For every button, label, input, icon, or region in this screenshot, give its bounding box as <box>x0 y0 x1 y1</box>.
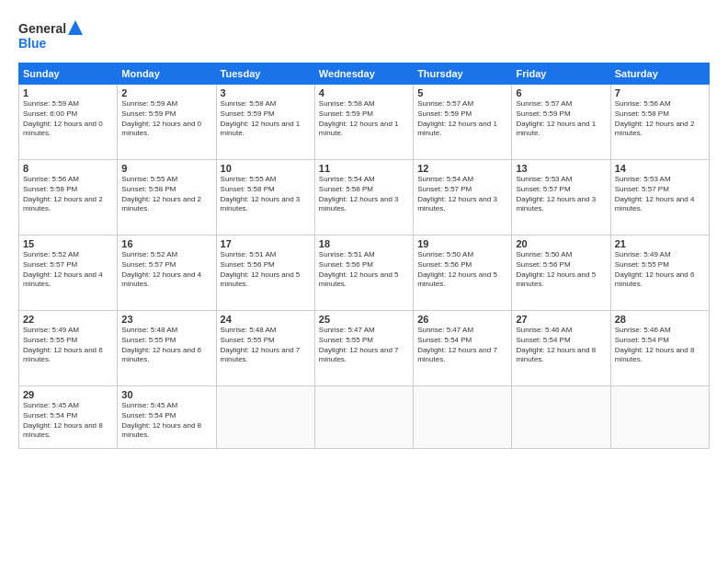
week-row: 8 Sunrise: 5:56 AMSunset: 5:58 PMDayligh… <box>19 160 710 236</box>
day-cell: 12 Sunrise: 5:54 AMSunset: 5:57 PMDaylig… <box>414 160 512 236</box>
day-number: 14 <box>615 163 705 174</box>
day-number: 25 <box>319 314 409 325</box>
day-info: Sunrise: 5:59 AMSunset: 5:59 PMDaylight:… <box>121 99 211 139</box>
week-row: 29 Sunrise: 5:45 AMSunset: 5:54 PMDaylig… <box>19 386 710 449</box>
day-info: Sunrise: 5:46 AMSunset: 5:54 PMDaylight:… <box>516 326 606 365</box>
col-wednesday: Wednesday <box>314 63 413 85</box>
logo: General Blue <box>18 17 83 53</box>
svg-text:Blue: Blue <box>18 36 47 51</box>
header: General Blue <box>18 17 710 53</box>
day-info: Sunrise: 5:46 AMSunset: 5:54 PMDaylight:… <box>615 326 705 365</box>
day-info: Sunrise: 5:51 AMSunset: 5:56 PMDaylight:… <box>319 250 409 290</box>
empty-cell <box>314 386 413 449</box>
day-cell: 9 Sunrise: 5:55 AMSunset: 5:58 PMDayligh… <box>118 160 216 236</box>
day-info: Sunrise: 5:53 AMSunset: 5:57 PMDaylight:… <box>516 175 606 214</box>
day-info: Sunrise: 5:58 AMSunset: 5:59 PMDaylight:… <box>319 99 409 139</box>
day-cell: 2 Sunrise: 5:59 AMSunset: 5:59 PMDayligh… <box>118 85 216 160</box>
day-cell: 4 Sunrise: 5:58 AMSunset: 5:59 PMDayligh… <box>314 85 413 160</box>
page: General Blue Sunday Monday Tuesday Wedne… <box>0 0 728 563</box>
week-row: 1 Sunrise: 5:59 AMSunset: 6:00 PMDayligh… <box>19 85 710 160</box>
day-info: Sunrise: 5:58 AMSunset: 5:59 PMDaylight:… <box>221 99 311 139</box>
day-info: Sunrise: 5:51 AMSunset: 5:56 PMDaylight:… <box>221 250 311 290</box>
day-info: Sunrise: 5:53 AMSunset: 5:57 PMDaylight:… <box>615 175 705 214</box>
day-info: Sunrise: 5:55 AMSunset: 5:58 PMDaylight:… <box>121 175 211 214</box>
day-cell: 3 Sunrise: 5:58 AMSunset: 5:59 PMDayligh… <box>216 85 314 160</box>
day-number: 10 <box>221 163 311 174</box>
svg-marker-2 <box>68 20 83 35</box>
day-number: 13 <box>516 163 606 174</box>
day-number: 28 <box>615 314 705 325</box>
day-number: 6 <box>516 87 606 98</box>
day-cell: 28 Sunrise: 5:46 AMSunset: 5:54 PMDaylig… <box>610 311 709 386</box>
header-row: Sunday Monday Tuesday Wednesday Thursday… <box>19 63 710 85</box>
day-info: Sunrise: 5:52 AMSunset: 5:57 PMDaylight:… <box>121 250 211 290</box>
day-cell: 17 Sunrise: 5:51 AMSunset: 5:56 PMDaylig… <box>216 236 314 311</box>
day-number: 11 <box>319 163 409 174</box>
day-info: Sunrise: 5:48 AMSunset: 5:55 PMDaylight:… <box>221 326 311 365</box>
day-number: 8 <box>23 163 113 174</box>
day-number: 30 <box>121 389 211 400</box>
day-info: Sunrise: 5:49 AMSunset: 5:55 PMDaylight:… <box>615 250 705 290</box>
day-cell: 22 Sunrise: 5:49 AMSunset: 5:55 PMDaylig… <box>19 311 118 386</box>
day-number: 16 <box>121 238 211 249</box>
day-info: Sunrise: 5:54 AMSunset: 5:58 PMDaylight:… <box>319 175 409 214</box>
day-info: Sunrise: 5:45 AMSunset: 5:54 PMDaylight:… <box>23 401 113 441</box>
day-cell: 25 Sunrise: 5:47 AMSunset: 5:55 PMDaylig… <box>314 311 413 386</box>
day-cell: 20 Sunrise: 5:50 AMSunset: 5:56 PMDaylig… <box>512 236 610 311</box>
day-cell: 27 Sunrise: 5:46 AMSunset: 5:54 PMDaylig… <box>512 311 610 386</box>
col-friday: Friday <box>512 63 610 85</box>
day-info: Sunrise: 5:57 AMSunset: 5:59 PMDaylight:… <box>516 99 606 139</box>
day-info: Sunrise: 5:50 AMSunset: 5:56 PMDaylight:… <box>417 250 507 290</box>
day-info: Sunrise: 5:57 AMSunset: 5:59 PMDaylight:… <box>417 99 507 139</box>
col-thursday: Thursday <box>414 63 512 85</box>
col-sunday: Sunday <box>19 63 118 85</box>
day-number: 15 <box>23 238 113 249</box>
day-cell: 11 Sunrise: 5:54 AMSunset: 5:58 PMDaylig… <box>314 160 413 236</box>
day-number: 21 <box>615 238 705 249</box>
day-info: Sunrise: 5:59 AMSunset: 6:00 PMDaylight:… <box>23 99 113 139</box>
day-cell: 18 Sunrise: 5:51 AMSunset: 5:56 PMDaylig… <box>314 236 413 311</box>
day-cell: 21 Sunrise: 5:49 AMSunset: 5:55 PMDaylig… <box>610 236 709 311</box>
week-row: 15 Sunrise: 5:52 AMSunset: 5:57 PMDaylig… <box>19 236 710 311</box>
col-monday: Monday <box>118 63 216 85</box>
empty-cell <box>216 386 314 449</box>
day-info: Sunrise: 5:45 AMSunset: 5:54 PMDaylight:… <box>121 401 211 441</box>
day-info: Sunrise: 5:47 AMSunset: 5:54 PMDaylight:… <box>417 326 507 365</box>
day-number: 7 <box>615 87 705 98</box>
col-tuesday: Tuesday <box>216 63 314 85</box>
day-cell: 30 Sunrise: 5:45 AMSunset: 5:54 PMDaylig… <box>118 386 216 449</box>
svg-text:General: General <box>18 21 66 36</box>
day-info: Sunrise: 5:50 AMSunset: 5:56 PMDaylight:… <box>516 250 606 290</box>
day-info: Sunrise: 5:49 AMSunset: 5:55 PMDaylight:… <box>23 326 113 365</box>
day-number: 29 <box>23 389 113 400</box>
day-cell: 23 Sunrise: 5:48 AMSunset: 5:55 PMDaylig… <box>118 311 216 386</box>
day-number: 3 <box>221 87 311 98</box>
day-info: Sunrise: 5:56 AMSunset: 5:58 PMDaylight:… <box>615 99 705 139</box>
day-cell: 1 Sunrise: 5:59 AMSunset: 6:00 PMDayligh… <box>19 85 118 160</box>
day-cell: 24 Sunrise: 5:48 AMSunset: 5:55 PMDaylig… <box>216 311 314 386</box>
day-cell: 15 Sunrise: 5:52 AMSunset: 5:57 PMDaylig… <box>19 236 118 311</box>
calendar-table: Sunday Monday Tuesday Wednesday Thursday… <box>18 63 710 449</box>
day-number: 12 <box>417 163 507 174</box>
day-info: Sunrise: 5:47 AMSunset: 5:55 PMDaylight:… <box>319 326 409 365</box>
day-number: 2 <box>121 87 211 98</box>
empty-cell <box>610 386 709 449</box>
day-number: 5 <box>417 87 507 98</box>
day-info: Sunrise: 5:52 AMSunset: 5:57 PMDaylight:… <box>23 250 113 290</box>
day-cell: 14 Sunrise: 5:53 AMSunset: 5:57 PMDaylig… <box>610 160 709 236</box>
day-cell: 6 Sunrise: 5:57 AMSunset: 5:59 PMDayligh… <box>512 85 610 160</box>
day-cell: 5 Sunrise: 5:57 AMSunset: 5:59 PMDayligh… <box>414 85 512 160</box>
week-row: 22 Sunrise: 5:49 AMSunset: 5:55 PMDaylig… <box>19 311 710 386</box>
day-info: Sunrise: 5:56 AMSunset: 5:58 PMDaylight:… <box>23 175 113 214</box>
day-cell: 19 Sunrise: 5:50 AMSunset: 5:56 PMDaylig… <box>414 236 512 311</box>
day-number: 1 <box>23 87 113 98</box>
day-number: 22 <box>23 314 113 325</box>
day-info: Sunrise: 5:54 AMSunset: 5:57 PMDaylight:… <box>417 175 507 214</box>
day-number: 17 <box>221 238 311 249</box>
day-info: Sunrise: 5:48 AMSunset: 5:55 PMDaylight:… <box>121 326 211 365</box>
day-info: Sunrise: 5:55 AMSunset: 5:58 PMDaylight:… <box>221 175 311 214</box>
day-number: 23 <box>121 314 211 325</box>
day-cell: 13 Sunrise: 5:53 AMSunset: 5:57 PMDaylig… <box>512 160 610 236</box>
day-cell: 16 Sunrise: 5:52 AMSunset: 5:57 PMDaylig… <box>118 236 216 311</box>
day-number: 26 <box>417 314 507 325</box>
